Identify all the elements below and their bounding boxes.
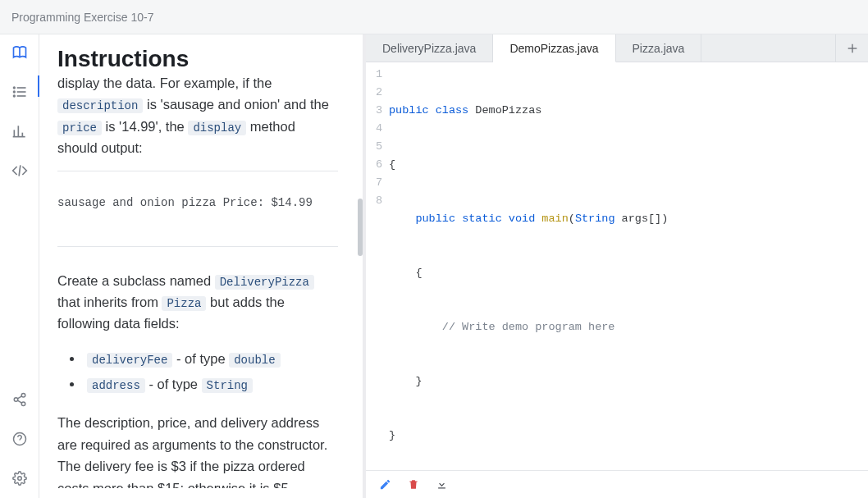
list-icon[interactable]: [10, 82, 30, 102]
edit-icon[interactable]: [379, 478, 391, 491]
share-icon[interactable]: [10, 390, 30, 409]
line-gutter: 12345678: [366, 66, 389, 470]
svg-point-13: [21, 402, 25, 406]
scrollbar-thumb[interactable]: [358, 199, 363, 256]
svg-point-11: [21, 394, 25, 398]
svg-point-3: [13, 87, 15, 89]
instructions-heading: Instructions: [57, 46, 343, 72]
code-chip-pizza: Pizza: [162, 296, 206, 311]
code-output-block: sausage and onion pizza Price: $14.99: [57, 171, 338, 247]
code-chip-display: display: [188, 121, 246, 135]
instruction-paragraph: Create a subclass named DeliveryPizza th…: [57, 270, 338, 335]
tab-deliverypizza[interactable]: DeliveryPizza.java: [366, 34, 493, 62]
book-icon[interactable]: [10, 43, 30, 62]
list-item: deliveryFee - of type double: [84, 346, 338, 372]
svg-line-15: [17, 400, 21, 403]
svg-point-18: [17, 477, 21, 481]
svg-point-5: [13, 95, 15, 97]
instructions-panel: Instructions display the data. For examp…: [39, 34, 366, 498]
field-list: deliveryFee - of type double address - o…: [57, 346, 338, 398]
tab-demopizzas[interactable]: DemoPizzas.java: [493, 34, 615, 62]
help-icon[interactable]: [10, 429, 30, 449]
topbar: Programming Exercise 10-7: [0, 0, 868, 34]
editor-panel: DeliveryPizza.java DemoPizzas.java Pizza…: [366, 34, 868, 498]
trash-icon[interactable]: [408, 478, 419, 491]
instruction-paragraph: The description, price, and delivery add…: [57, 412, 338, 488]
code-chip-description: description: [57, 98, 143, 113]
code-chip-price: price: [57, 121, 102, 135]
editor-tabs: DeliveryPizza.java DemoPizzas.java Pizza…: [366, 34, 868, 62]
editor-bottombar: [366, 470, 868, 498]
instruction-paragraph: display the data. For example, if the de…: [57, 72, 338, 159]
list-item: address - of type String: [84, 372, 338, 397]
add-tab-button[interactable]: [835, 34, 868, 62]
gear-icon[interactable]: [10, 468, 30, 488]
code-content[interactable]: public class DemoPizzas { public static …: [389, 66, 868, 470]
code-icon[interactable]: [10, 161, 30, 180]
svg-line-10: [19, 165, 21, 176]
svg-point-12: [14, 398, 18, 402]
code-editor[interactable]: 12345678 public class DemoPizzas { publi…: [366, 62, 868, 470]
svg-line-14: [17, 396, 21, 399]
code-chip-deliverypizza: DeliveryPizza: [215, 275, 314, 290]
instructions-scroll[interactable]: display the data. For example, if the de…: [57, 72, 343, 488]
chart-icon[interactable]: [10, 121, 30, 141]
page-title: Programming Exercise 10-7: [11, 11, 154, 24]
tab-pizza[interactable]: Pizza.java: [616, 34, 702, 62]
download-icon[interactable]: [436, 478, 448, 491]
left-rail: [0, 34, 39, 498]
svg-point-4: [13, 91, 15, 93]
